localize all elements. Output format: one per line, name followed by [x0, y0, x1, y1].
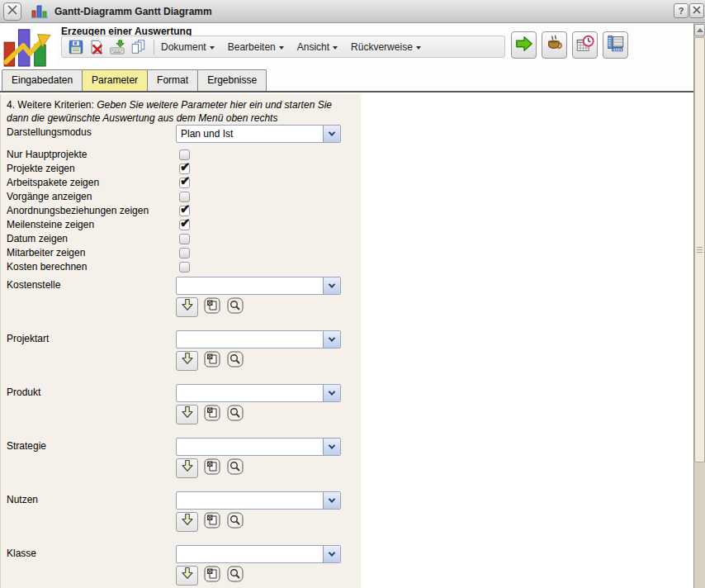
strategie-value: [177, 439, 323, 455]
copy-icon[interactable]: [129, 38, 147, 56]
menu-ansicht[interactable]: Ansicht: [297, 41, 338, 53]
nutzen-paste-button[interactable]: [204, 514, 220, 530]
close-window-button[interactable]: [3, 2, 21, 21]
search-icon: [227, 566, 244, 586]
close-button[interactable]: [689, 3, 704, 18]
arrow-down-icon: [180, 513, 195, 531]
checkbox-label: Mitarbeiter zeigen: [7, 247, 85, 258]
checkbox[interactable]: [179, 248, 190, 258]
run-report-button[interactable]: [511, 31, 537, 59]
chevron-down-icon: [333, 46, 338, 50]
search-icon: [227, 458, 244, 478]
produkt-search-button[interactable]: [227, 406, 244, 423]
search-icon: [227, 351, 244, 371]
menu-dokument[interactable]: Dokument: [161, 41, 215, 53]
chevron-down-icon: [279, 46, 284, 50]
arrow-down-icon: [180, 298, 195, 316]
chevron-down-icon[interactable]: [323, 439, 340, 455]
paste-icon: [204, 458, 220, 478]
chevron-down-icon[interactable]: [323, 385, 340, 401]
coffee-icon: [545, 34, 565, 57]
chevron-down-icon[interactable]: [323, 277, 340, 294]
kostenstelle-value: [177, 277, 323, 294]
chevron-down-icon[interactable]: [323, 492, 340, 509]
scrollbar-thumb[interactable]: [694, 37, 705, 462]
kostenstelle-select[interactable]: [176, 277, 341, 295]
search-icon: [227, 405, 244, 424]
tab-eingabedaten[interactable]: Eingabedaten: [2, 69, 83, 91]
coffee-break-button[interactable]: [542, 31, 567, 59]
checkbox-label: Meilensteine zeigen: [7, 219, 94, 230]
menu-bearbeiten[interactable]: Bearbeiten: [228, 41, 284, 53]
klasse-select[interactable]: [176, 545, 341, 563]
checkbox-label: Anordnungsbeziehungen zeigen: [7, 205, 149, 216]
nutzen-select[interactable]: [176, 491, 341, 510]
checkbox[interactable]: [179, 220, 190, 230]
schedule-button[interactable]: [572, 31, 598, 59]
app-window: Gantt-Diagramm Gantt Diagramm ? Erzeugen…: [0, 0, 705, 588]
strategie-search-button[interactable]: [227, 460, 244, 477]
darstellungsmodus-label: Darstellungsmodus: [7, 126, 92, 138]
scroll-up-button[interactable]: [694, 24, 705, 36]
projektart-select[interactable]: [176, 330, 341, 349]
produkt-insert-button[interactable]: [176, 405, 198, 424]
chevron-down-icon: [416, 46, 421, 50]
strategie-label: Strategie: [7, 440, 46, 452]
projektart-paste-button[interactable]: [204, 353, 220, 369]
run-icon: [514, 34, 534, 57]
chevron-down-icon[interactable]: [323, 546, 340, 562]
checkbox[interactable]: [179, 178, 190, 188]
paste-icon: [204, 297, 220, 317]
klasse-paste-button[interactable]: [204, 567, 220, 584]
kostenstelle-insert-button[interactable]: [176, 297, 198, 317]
checkbox[interactable]: [179, 262, 190, 273]
help-button[interactable]: ?: [674, 3, 688, 18]
projektart-value: [177, 331, 323, 348]
menu-label: Ansicht: [297, 41, 329, 53]
kostenstelle-paste-button[interactable]: [204, 299, 220, 315]
window-title: Gantt-Diagramm Gantt Diagramm: [54, 6, 212, 17]
search-icon: [227, 297, 244, 317]
tab-format[interactable]: Format: [147, 69, 198, 91]
paste-icon: [204, 351, 220, 371]
close-icon: [692, 5, 702, 17]
menu-rückverweise[interactable]: Rückverweise: [351, 41, 421, 53]
kostenstelle-label: Kostenstelle: [7, 279, 60, 291]
vertical-scrollbar[interactable]: [693, 23, 705, 588]
delete-icon[interactable]: [88, 38, 106, 56]
strategie-paste-button[interactable]: [204, 460, 220, 477]
toolbar: DokumentBearbeitenAnsichtRückverweise: [61, 36, 505, 58]
chevron-down-icon[interactable]: [323, 126, 340, 142]
paste-icon: [204, 512, 220, 532]
report-layout-button[interactable]: [603, 31, 628, 59]
klasse-insert-button[interactable]: [176, 566, 198, 586]
produkt-paste-button[interactable]: [204, 406, 220, 423]
paste-icon: [204, 566, 220, 586]
produkt-select[interactable]: [176, 384, 341, 402]
menu-label: Rückverweise: [351, 41, 413, 53]
help-icon: ?: [679, 6, 684, 16]
chevron-down-icon[interactable]: [323, 331, 340, 348]
nutzen-insert-button[interactable]: [176, 512, 198, 532]
close-icon: [7, 4, 18, 19]
kostenstelle-search-button[interactable]: [227, 299, 244, 315]
chart-app-icon: [31, 4, 48, 22]
import-icon[interactable]: [108, 38, 126, 56]
checkbox[interactable]: [179, 234, 190, 244]
menu-bar: DokumentBearbeitenAnsichtRückverweise: [161, 41, 434, 53]
strategie-insert-button[interactable]: [176, 458, 198, 478]
strategie-select[interactable]: [176, 438, 341, 456]
tab-parameter[interactable]: Parameter: [82, 69, 148, 91]
checkbox-label: Kosten berechnen: [7, 261, 87, 273]
arrow-down-icon: [180, 405, 195, 424]
triangle-up-icon: [697, 28, 703, 32]
section-instructions: 4. Weitere Kriterien: Geben Sie weitere …: [7, 98, 347, 125]
tab-ergebnisse[interactable]: Ergebnisse: [197, 69, 267, 91]
menu-label: Bearbeiten: [228, 41, 276, 53]
darstellungsmodus-select[interactable]: Plan und Ist: [176, 125, 341, 143]
projektart-insert-button[interactable]: [176, 351, 198, 371]
projektart-search-button[interactable]: [227, 353, 244, 369]
klasse-search-button[interactable]: [227, 567, 244, 584]
nutzen-search-button[interactable]: [227, 514, 244, 530]
save-icon[interactable]: [67, 38, 85, 56]
